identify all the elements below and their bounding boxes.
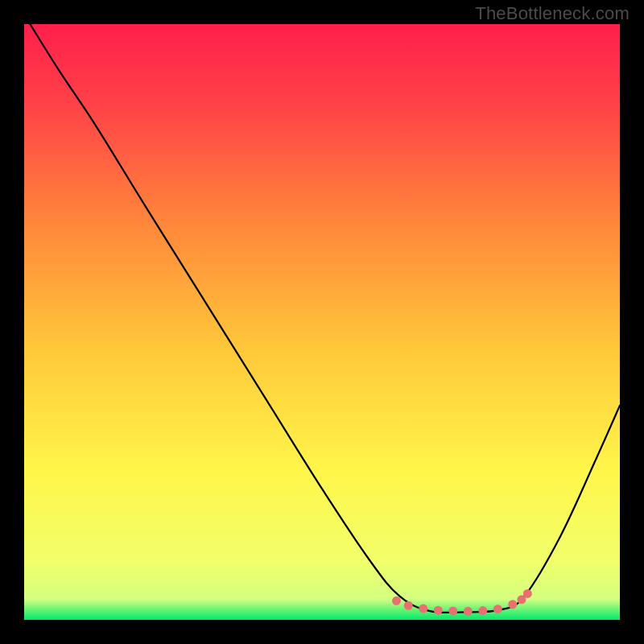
chart-svg [24, 24, 620, 620]
gradient-background [24, 24, 620, 620]
marker-point [478, 606, 487, 615]
marker-point [419, 604, 427, 613]
watermark-text: TheBottleneck.com [475, 3, 630, 24]
marker-point [448, 606, 457, 615]
plot-area [24, 24, 620, 620]
marker-point [493, 605, 502, 613]
marker-point [434, 606, 443, 615]
marker-point [508, 600, 517, 609]
marker-point [392, 597, 401, 605]
marker-point [523, 589, 532, 598]
chart-frame: TheBottleneck.com [0, 0, 644, 644]
marker-point [464, 607, 473, 616]
marker-point [404, 601, 413, 610]
